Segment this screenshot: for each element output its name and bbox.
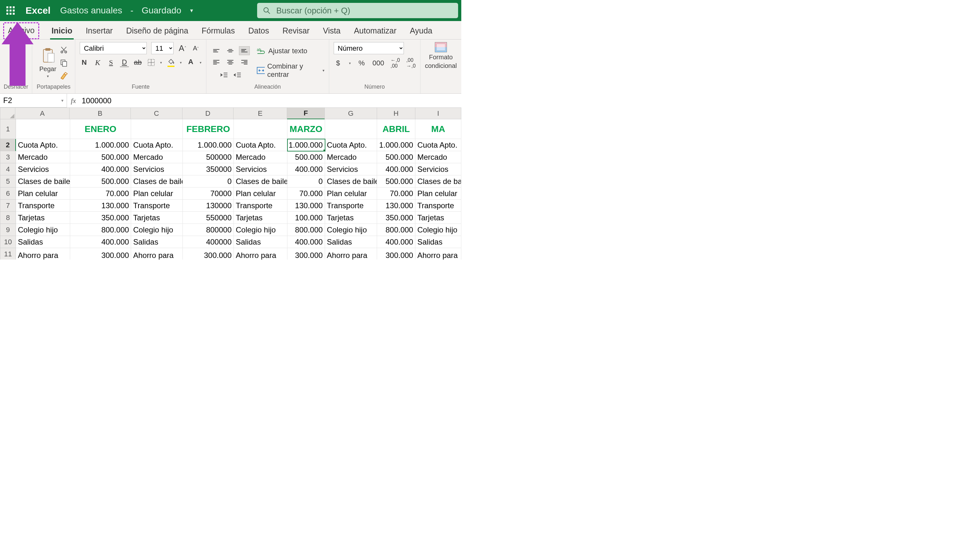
cell-D3[interactable]: 500000 (183, 151, 234, 163)
fx-icon[interactable]: fx (67, 97, 80, 105)
cell-H8[interactable]: 350.000 (377, 212, 415, 224)
merge-center-button[interactable]: Combinar y centrar ▾ (257, 62, 325, 79)
chevron-down-icon[interactable]: ▾ (180, 60, 182, 65)
chevron-down-icon[interactable]: ▾ (200, 60, 202, 65)
tab-archivo[interactable]: Archivo (3, 22, 39, 39)
tab-diseño-de-página[interactable]: Diseño de página (125, 23, 189, 39)
cell-A4[interactable]: Servicios (16, 163, 70, 175)
col-header-E[interactable]: E (234, 108, 287, 119)
cell-B9[interactable]: 800.000 (70, 224, 131, 236)
col-header-D[interactable]: D (183, 108, 234, 119)
cell-I3[interactable]: Mercado (415, 151, 461, 163)
cell-C9[interactable]: Colegio hijo (131, 224, 183, 236)
font-size-select[interactable]: 11 (151, 42, 173, 54)
cell-F5[interactable]: 0 (288, 175, 325, 187)
cell-I4[interactable]: Servicios (415, 163, 461, 175)
cell-D10[interactable]: 400000 (183, 236, 234, 248)
doc-dropdown-icon[interactable]: ▾ (190, 7, 193, 14)
cell-E7[interactable]: Transporte (234, 200, 288, 212)
cell-C7[interactable]: Transporte (131, 200, 183, 212)
cell-G10[interactable]: Salidas (325, 236, 377, 248)
cell-I11[interactable]: Ahorro para (415, 248, 461, 260)
redo-icon[interactable] (10, 56, 22, 69)
cell-E10[interactable]: Salidas (234, 236, 288, 248)
cell-F4[interactable]: 400.000 (288, 163, 325, 175)
row-header-2[interactable]: 2 (0, 139, 16, 151)
cell-H6[interactable]: 70.000 (377, 187, 415, 200)
cell-G8[interactable]: Tarjetas (325, 212, 377, 224)
row-header-9[interactable]: 9 (0, 224, 16, 236)
cell-H3[interactable]: 500.000 (377, 151, 415, 163)
chevron-down-icon[interactable]: ▾ (349, 61, 351, 65)
cell-G2[interactable]: Cuota Apto. (325, 139, 377, 151)
thousands-button[interactable]: 000 (372, 59, 384, 68)
cell-F6[interactable]: 70.000 (288, 187, 325, 200)
cell-E6[interactable]: Plan celular (234, 187, 288, 200)
cell-G6[interactable]: Plan celular (325, 187, 377, 200)
tab-revisar[interactable]: Revisar (282, 23, 311, 39)
strikethrough-button[interactable]: ab (134, 58, 142, 67)
cell-H1[interactable]: ABRIL (377, 119, 415, 139)
cell-A7[interactable]: Transporte (16, 200, 70, 212)
row-header-6[interactable]: 6 (0, 187, 16, 200)
cell-B8[interactable]: 350.000 (70, 212, 131, 224)
cell-I7[interactable]: Transporte (415, 200, 461, 212)
app-launcher-icon[interactable] (6, 6, 17, 15)
cell-D8[interactable]: 550000 (183, 212, 234, 224)
align-bottom-icon[interactable] (239, 46, 250, 55)
decrease-decimal-button[interactable]: ,00→,0 (406, 59, 416, 68)
cell-D6[interactable]: 70000 (183, 187, 234, 200)
cell-A1[interactable] (16, 119, 70, 139)
col-header-B[interactable]: B (70, 108, 131, 119)
cell-C2[interactable]: Cuota Apto. (131, 139, 183, 151)
cell-C4[interactable]: Servicios (131, 163, 183, 175)
spreadsheet[interactable]: ABCDEFGHI 1ENEROFEBREROMARZOABRILMA2Cuot… (0, 108, 461, 260)
cell-F10[interactable]: 400.000 (288, 236, 325, 248)
row-header-8[interactable]: 8 (0, 212, 16, 224)
col-header-C[interactable]: C (131, 108, 183, 119)
cell-F8[interactable]: 100.000 (288, 212, 325, 224)
cell-E11[interactable]: Ahorro para (234, 248, 288, 260)
tab-automatizar[interactable]: Automatizar (353, 23, 398, 39)
row-header-7[interactable]: 7 (0, 200, 16, 212)
cell-A11[interactable]: Ahorro para (16, 248, 70, 260)
cell-C1[interactable] (131, 119, 183, 139)
name-box[interactable]: F2 ▾ (0, 94, 67, 108)
cell-A9[interactable]: Colegio hijo (16, 224, 70, 236)
tab-ayuda[interactable]: Ayuda (409, 23, 434, 39)
cell-G7[interactable]: Transporte (325, 200, 377, 212)
col-header-I[interactable]: I (415, 108, 461, 119)
formula-input[interactable] (80, 94, 461, 108)
tab-inicio[interactable]: Inicio (50, 23, 73, 39)
cell-A5[interactable]: Clases de baile (16, 175, 70, 187)
cell-D2[interactable]: 1.000.000 (183, 139, 234, 151)
cell-D4[interactable]: 350000 (183, 163, 234, 175)
cell-B7[interactable]: 130.000 (70, 200, 131, 212)
tab-insertar[interactable]: Insertar (84, 23, 114, 39)
row-header-10[interactable]: 10 (0, 236, 16, 248)
format-painter-icon[interactable] (60, 71, 68, 80)
col-header-F[interactable]: F (287, 108, 325, 119)
cell-H9[interactable]: 800.000 (377, 224, 415, 236)
undo-icon[interactable] (10, 42, 22, 55)
tab-datos[interactable]: Datos (247, 23, 270, 39)
cell-G5[interactable]: Clases de baile (325, 175, 377, 187)
row-header-3[interactable]: 3 (0, 151, 16, 163)
cell-B11[interactable]: 300.000 (70, 248, 131, 260)
cell-H7[interactable]: 130.000 (377, 200, 415, 212)
cell-H5[interactable]: 500.000 (377, 175, 415, 187)
cell-F3[interactable]: 500.000 (288, 151, 325, 163)
borders-icon[interactable] (147, 58, 156, 67)
cell-I9[interactable]: Colegio hijo (415, 224, 461, 236)
cell-C11[interactable]: Ahorro para (131, 248, 183, 260)
document-name[interactable]: Gastos anuales (60, 5, 122, 16)
cell-C10[interactable]: Salidas (131, 236, 183, 248)
italic-button[interactable]: K (93, 58, 102, 67)
cell-E9[interactable]: Colegio hijo (234, 224, 288, 236)
cell-C3[interactable]: Mercado (131, 151, 183, 163)
cell-I6[interactable]: Plan celular (415, 187, 461, 200)
cell-A10[interactable]: Salidas (16, 236, 70, 248)
col-header-A[interactable]: A (15, 108, 70, 119)
col-header-H[interactable]: H (377, 108, 415, 119)
double-underline-button[interactable]: D (120, 58, 129, 67)
